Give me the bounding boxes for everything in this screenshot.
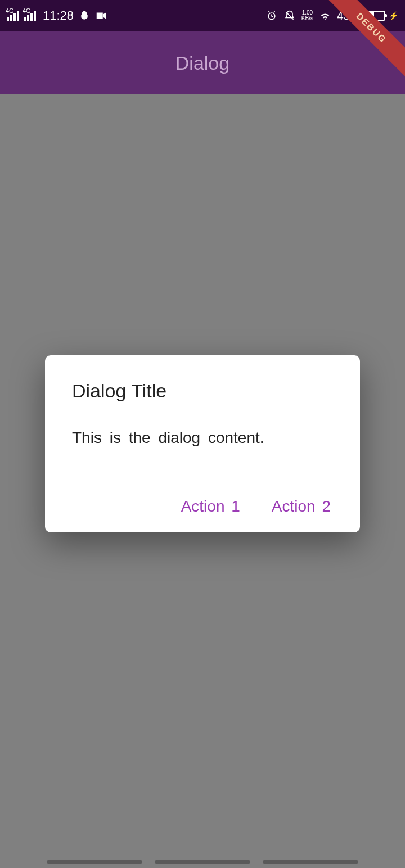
- app-bar-title: Dialog: [176, 52, 230, 74]
- navigation-bar: [0, 860, 405, 868]
- app-bar: Dialog: [0, 31, 405, 94]
- nav-recent[interactable]: [47, 860, 142, 864]
- status-right: 1.00 KB/s 43% ⚡: [266, 10, 398, 22]
- notification-off-icon: [284, 10, 296, 22]
- status-bar: 4G 4G 11:28 1.00 KB/s 43%: [0, 0, 405, 31]
- alarm-icon: [266, 10, 278, 22]
- signal-2-icon: 4G: [24, 11, 36, 21]
- dialog-actions: Action 1 Action 2: [72, 498, 333, 516]
- status-left: 4G 4G 11:28: [7, 8, 107, 23]
- nav-back[interactable]: [263, 860, 358, 864]
- dialog: Dialog Title This is the dialog content.…: [45, 355, 360, 532]
- action-1-button[interactable]: Action 1: [181, 498, 240, 516]
- battery-percent: 43%: [337, 10, 359, 22]
- nav-home[interactable]: [155, 860, 250, 864]
- battery-icon: [365, 11, 385, 21]
- signal-1-icon: 4G: [7, 11, 19, 21]
- dialog-title: Dialog Title: [72, 380, 333, 402]
- network-speed: 1.00 KB/s: [302, 10, 313, 21]
- charging-icon: ⚡: [389, 11, 398, 20]
- snapchat-icon: [78, 10, 91, 22]
- action-2-button[interactable]: Action 2: [272, 498, 331, 516]
- video-icon: [95, 10, 107, 22]
- dialog-content: This is the dialog content.: [72, 429, 333, 447]
- wifi-icon: [319, 10, 331, 22]
- status-time: 11:28: [43, 8, 74, 23]
